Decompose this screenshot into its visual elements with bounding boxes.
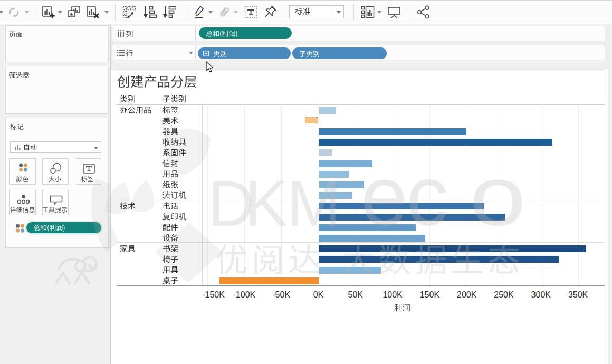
svg-text:M: M — [287, 168, 341, 240]
svg-text:e: e — [361, 148, 408, 243]
svg-text:c: c — [406, 148, 448, 243]
svg-text:K: K — [245, 168, 288, 240]
svg-text:o: o — [470, 148, 526, 243]
